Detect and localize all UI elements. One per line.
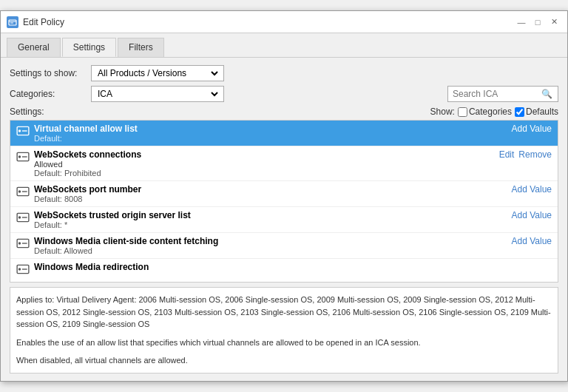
titlebar-left: Edit Policy: [7, 16, 64, 28]
setting-actions-windows-media-client: Add Value: [512, 236, 552, 246]
setting-name-websockets-connections: WebSockets connections: [34, 149, 493, 160]
setting-info-virtual-channel: Virtual channel allow list Default:: [34, 124, 506, 143]
svg-point-13: [18, 217, 21, 219]
setting-icon-websockets-port: [16, 185, 30, 198]
setting-item-websockets-trusted[interactable]: WebSockets trusted origin server list De…: [10, 207, 558, 233]
setting-info-websockets-connections: WebSockets connections Allowed Default: …: [34, 149, 493, 178]
show-label: Show:: [430, 107, 455, 117]
remove-link-websockets-connections[interactable]: Remove: [518, 149, 552, 160]
setting-icon-windows-media-client: [16, 237, 30, 250]
close-button[interactable]: ✕: [547, 15, 561, 30]
settings-label: Settings:: [10, 107, 44, 117]
setting-default-windows-media-client: Default: Allowed: [34, 246, 506, 255]
setting-icon-windows-media-redirect: [16, 263, 30, 276]
setting-actions-virtual-channel: Add Value: [512, 124, 552, 134]
tab-bar: General Settings Filters: [1, 33, 567, 58]
setting-name-websockets-port: WebSockets port number: [34, 184, 506, 195]
desc-when-disabled: When disabled, all virtual channels are …: [16, 354, 552, 367]
setting-item-websockets-connections[interactable]: WebSockets connections Allowed Default: …: [10, 146, 558, 181]
categories-label: Categories:: [10, 89, 91, 99]
categories-select[interactable]: ICA: [91, 86, 224, 102]
setting-item-virtual-channel[interactable]: Virtual channel allow list Default: Add …: [10, 121, 558, 146]
setting-info-websockets-port: WebSockets port number Default: 8008: [34, 184, 506, 203]
edit-link-websockets-connections[interactable]: Edit: [499, 149, 515, 160]
settings-list[interactable]: Virtual channel allow list Default: Add …: [10, 120, 558, 283]
setting-icon-websockets-connections: [16, 150, 30, 163]
search-box[interactable]: 🔍: [447, 86, 558, 102]
desc-applies-to: Applies to: Virtual Delivery Agent: 2006…: [16, 294, 552, 331]
settings-to-show-row: Settings to show: All Products / Version…: [10, 65, 558, 81]
setting-name-windows-media-redirect: Windows Media redirection: [34, 262, 552, 272]
desc-enables: Enables the use of an allow list that sp…: [16, 337, 552, 349]
settings-to-show-label: Settings to show:: [10, 68, 91, 78]
setting-name-virtual-channel: Virtual channel allow list: [34, 124, 506, 134]
maximize-button[interactable]: □: [530, 15, 545, 30]
categories-row: Categories: ICA 🔍: [10, 86, 558, 102]
categories-checkbox-label[interactable]: Categories: [458, 107, 512, 117]
svg-point-7: [18, 156, 21, 158]
add-value-link-windows-media-client[interactable]: Add Value: [512, 236, 552, 246]
main-window: Edit Policy — □ ✕ General Settings Filte…: [0, 10, 568, 382]
setting-default-websockets-port: Default: 8008: [34, 195, 506, 203]
setting-actions-websockets-port: Add Value: [512, 184, 552, 195]
show-controls: Show: Categories Defaults: [430, 107, 558, 117]
svg-point-19: [18, 268, 21, 271]
search-icon: 🔍: [541, 89, 552, 99]
add-value-link-websockets-trusted[interactable]: Add Value: [512, 210, 552, 220]
setting-icon-virtual-channel: [16, 124, 30, 138]
window-controls: — □ ✕: [514, 15, 561, 30]
titlebar: Edit Policy — □ ✕: [1, 11, 567, 33]
tab-general[interactable]: General: [7, 38, 61, 57]
setting-info-websockets-trusted: WebSockets trusted origin server list De…: [34, 210, 506, 229]
setting-default-virtual-channel: Default:: [34, 134, 506, 143]
setting-actions-websockets-trusted: Add Value: [512, 210, 552, 220]
window-title: Edit Policy: [23, 17, 64, 27]
settings-to-show-select[interactable]: All Products / Versions: [91, 65, 224, 81]
setting-item-websockets-port[interactable]: WebSockets port number Default: 8008 Add…: [10, 181, 558, 207]
settings-to-show-dropdown[interactable]: All Products / Versions: [95, 67, 220, 79]
setting-icon-websockets-trusted: [16, 211, 30, 224]
setting-item-windows-media-client[interactable]: Windows Media client-side content fetchi…: [10, 233, 558, 259]
app-icon: [7, 16, 18, 28]
categories-checkbox[interactable]: [458, 107, 467, 117]
tab-filters[interactable]: Filters: [118, 38, 164, 57]
add-value-link-virtual-channel[interactable]: Add Value: [512, 124, 552, 134]
search-input[interactable]: [453, 89, 541, 99]
minimize-button[interactable]: —: [514, 15, 529, 30]
setting-actions-websockets-connections: Edit Remove: [499, 149, 552, 160]
tab-settings[interactable]: Settings: [62, 38, 116, 57]
setting-info-windows-media-client: Windows Media client-side content fetchi…: [34, 236, 506, 255]
svg-point-16: [18, 243, 21, 245]
setting-name-windows-media-client: Windows Media client-side content fetchi…: [34, 236, 506, 246]
setting-default-websockets-connections: Default: Prohibited: [34, 169, 493, 178]
setting-info-windows-media-redirect: Windows Media redirection: [34, 262, 552, 272]
defaults-checkbox[interactable]: [515, 107, 524, 117]
defaults-checkbox-label[interactable]: Defaults: [515, 107, 558, 117]
setting-name-websockets-trusted: WebSockets trusted origin server list: [34, 210, 506, 220]
description-box: Applies to: Virtual Delivery Agent: 2006…: [10, 287, 558, 374]
setting-default-websockets-trusted: Default: *: [34, 220, 506, 229]
add-value-link-websockets-port[interactable]: Add Value: [512, 184, 552, 195]
setting-value-websockets-connections: Allowed: [34, 160, 493, 169]
svg-point-4: [18, 130, 21, 132]
categories-dropdown[interactable]: ICA: [95, 88, 220, 100]
setting-item-windows-media-redirect[interactable]: Windows Media redirection: [10, 259, 558, 279]
svg-point-10: [18, 191, 21, 193]
settings-panel: Settings to show: All Products / Version…: [1, 58, 567, 381]
settings-header: Settings: Show: Categories Defaults: [10, 107, 558, 117]
